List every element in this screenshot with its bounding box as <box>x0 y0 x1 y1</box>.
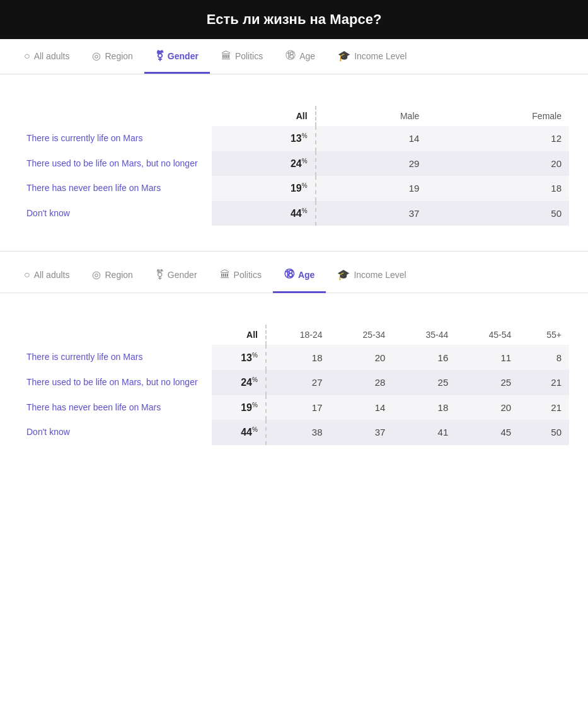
gender-icon: ⚧ <box>156 50 164 62</box>
all-value: 24% <box>212 370 266 395</box>
table-row: There has never been life on Mars 19% 17… <box>19 395 569 420</box>
table-row: Don't know 44% 3837414550 <box>19 420 569 445</box>
cell-value: 38 <box>266 420 330 445</box>
tab-gender[interactable]: ⚧ Gender <box>144 40 210 74</box>
tab2-all-adults[interactable]: ○ All adults <box>13 259 81 293</box>
gender-section: All Male Female There is currently life … <box>0 74 588 232</box>
all-value: 44% <box>212 420 266 445</box>
tab2-income[interactable]: 🎓 Income Level <box>326 258 417 293</box>
tab-age-label: Age <box>299 51 315 61</box>
all-value: 19% <box>212 395 266 420</box>
tab2-politics-label: Politics <box>234 270 262 280</box>
age2-icon: ⑱ <box>284 268 294 281</box>
tab2-region-label: Region <box>105 270 132 280</box>
tab2-region[interactable]: ◎ Region <box>81 258 144 293</box>
row-label: There used to be life on Mars, but no lo… <box>19 370 212 395</box>
gender-col-header-label <box>19 106 212 126</box>
cell-value: 20 <box>427 151 569 177</box>
tab-politics[interactable]: 🏛 Politics <box>210 40 274 74</box>
tab-region[interactable]: ◎ Region <box>81 40 144 74</box>
all-value: 13% <box>212 126 316 151</box>
all-value: 44% <box>212 201 316 226</box>
tab-gender-label: Gender <box>168 51 199 61</box>
all-value: 13% <box>212 345 266 370</box>
cell-value: 29 <box>316 151 427 177</box>
tab-all-adults[interactable]: ○ All adults <box>13 40 81 74</box>
cell-value: 20 <box>456 395 519 420</box>
cell-value: 41 <box>393 420 456 445</box>
table-row: There has never been life on Mars 19% 19… <box>19 176 569 201</box>
all-value: 24% <box>212 151 316 177</box>
cell-value: 18 <box>393 395 456 420</box>
gender-table: All Male Female There is currently life … <box>19 106 569 226</box>
politics-icon: 🏛 <box>221 50 231 62</box>
gender-col-all: All <box>212 106 316 126</box>
age-tab-bar: ○ All adults ◎ Region ⚧ Gender 🏛 Politic… <box>0 258 588 293</box>
row-label: There has never been life on Mars <box>19 176 212 201</box>
tab-income[interactable]: 🎓 Income Level <box>326 40 418 74</box>
gender-tab-bar: ○ All adults ◎ Region ⚧ Gender 🏛 Politic… <box>0 39 588 74</box>
table-row: There used to be life on Mars, but no lo… <box>19 370 569 395</box>
cell-value: 21 <box>519 395 569 420</box>
cell-value: 18 <box>266 345 330 370</box>
cell-value: 28 <box>330 370 393 395</box>
tab2-gender[interactable]: ⚧ Gender <box>144 258 209 293</box>
age-col-45-54: 45-54 <box>456 325 519 345</box>
age-col-all: All <box>212 325 266 345</box>
cell-value: 45 <box>456 420 519 445</box>
tab-all-adults-label: All adults <box>34 51 70 61</box>
table-row: There is currently life on Mars 13% 1412 <box>19 126 569 151</box>
cell-value: 18 <box>427 176 569 201</box>
cell-value: 25 <box>456 370 519 395</box>
row-label: There used to be life on Mars, but no lo… <box>19 151 212 177</box>
all-adults2-icon: ○ <box>24 269 30 281</box>
politics2-icon: 🏛 <box>220 269 230 281</box>
cell-value: 12 <box>427 126 569 151</box>
table-row: There is currently life on Mars 13% 1820… <box>19 345 569 370</box>
income2-icon: 🎓 <box>337 269 350 281</box>
cell-value: 8 <box>519 345 569 370</box>
cell-value: 21 <box>519 370 569 395</box>
cell-value: 14 <box>330 395 393 420</box>
row-label: Don't know <box>19 420 212 445</box>
gender2-icon: ⚧ <box>156 269 164 281</box>
row-label: There is currently life on Mars <box>19 345 212 370</box>
age-col-55plus: 55+ <box>519 325 569 345</box>
cell-value: 37 <box>316 201 427 226</box>
cell-value: 50 <box>519 420 569 445</box>
cell-value: 37 <box>330 420 393 445</box>
region2-icon: ◎ <box>92 269 101 281</box>
gender-col-female: Female <box>427 106 569 126</box>
age-section: All 18-24 25-34 35-44 45-54 55+ There is… <box>0 293 588 451</box>
tab2-all-adults-label: All adults <box>34 270 70 280</box>
all-adults-icon: ○ <box>24 50 30 62</box>
cell-value: 14 <box>316 126 427 151</box>
age-col-18-24: 18-24 <box>266 325 330 345</box>
cell-value: 25 <box>393 370 456 395</box>
age-col-header-label <box>19 325 212 345</box>
table-row: Don't know 44% 3750 <box>19 201 569 226</box>
income-icon: 🎓 <box>338 50 350 62</box>
tab2-age-label: Age <box>298 270 314 280</box>
age-table: All 18-24 25-34 35-44 45-54 55+ There is… <box>19 325 569 444</box>
age-col-35-44: 35-44 <box>393 325 456 345</box>
all-value: 19% <box>212 176 316 201</box>
page-title: Есть ли жизнь на Марсе? <box>0 0 588 39</box>
cell-value: 16 <box>393 345 456 370</box>
tab-politics-label: Politics <box>235 51 263 61</box>
gender-col-male: Male <box>316 106 427 126</box>
age-col-25-34: 25-34 <box>330 325 393 345</box>
tab-income-label: Income Level <box>354 51 406 61</box>
table-row: There used to be life on Mars, but no lo… <box>19 151 569 177</box>
cell-value: 17 <box>266 395 330 420</box>
tab-region-label: Region <box>105 51 132 61</box>
tab2-age[interactable]: ⑱ Age <box>273 258 326 293</box>
row-label: Don't know <box>19 201 212 226</box>
tab2-politics[interactable]: 🏛 Politics <box>209 259 273 293</box>
tab2-gender-label: Gender <box>168 270 197 280</box>
tab-age[interactable]: ⑱ Age <box>274 39 326 74</box>
age-icon: ⑱ <box>285 49 296 62</box>
cell-value: 11 <box>456 345 519 370</box>
row-label: There has never been life on Mars <box>19 395 212 420</box>
row-label: There is currently life on Mars <box>19 126 212 151</box>
